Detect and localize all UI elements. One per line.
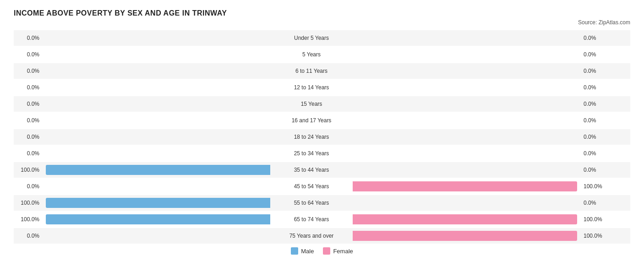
right-bar-container: 0.0% <box>353 63 609 79</box>
male-value: 0.0% <box>17 134 39 140</box>
left-bar-track <box>41 214 270 224</box>
left-bar-track <box>41 99 270 109</box>
female-value: 100.0% <box>584 216 607 223</box>
female-value: 0.0% <box>584 51 607 58</box>
right-bar-track <box>353 214 582 224</box>
left-bar-container: 0.0% <box>14 146 270 161</box>
chart-row: 100.0% 35 to 44 Years 0.0% <box>14 162 630 178</box>
age-label: 25 to 34 Years <box>270 150 353 157</box>
left-bar-container: 0.0% <box>14 113 270 128</box>
chart-row: 0.0% 18 to 24 Years 0.0% <box>14 129 630 145</box>
left-bar-track <box>41 66 270 76</box>
chart-row: 0.0% 45 to 54 Years 100.0% <box>14 179 630 194</box>
left-bar-track <box>41 82 270 93</box>
right-bar-container: 0.0% <box>353 47 609 62</box>
left-bar-container: 0.0% <box>14 80 270 95</box>
left-bar-track <box>41 231 270 241</box>
legend: Male Female <box>14 247 630 255</box>
right-bar-container: 0.0% <box>353 162 609 178</box>
female-value: 100.0% <box>584 233 607 239</box>
right-bar-container: 0.0% <box>353 113 609 128</box>
legend-female: Female <box>323 247 353 255</box>
right-bar-track <box>353 99 582 109</box>
left-bar-track <box>41 115 270 125</box>
source-label: Source: ZipAtlas.com <box>14 19 630 26</box>
age-label: 55 to 64 Years <box>270 200 353 206</box>
right-bar-container: 0.0% <box>353 146 609 161</box>
age-label: 18 to 24 Years <box>270 134 353 140</box>
right-bar-track <box>353 132 582 142</box>
female-value: 0.0% <box>584 150 607 157</box>
left-bar-track <box>41 181 270 191</box>
left-bar-container: 0.0% <box>14 47 270 62</box>
age-label: Under 5 Years <box>270 35 353 41</box>
male-value: 0.0% <box>17 150 39 157</box>
right-bar-container: 0.0% <box>353 195 609 211</box>
right-bar-track <box>353 115 582 125</box>
left-bar-track <box>41 132 270 142</box>
age-label: 5 Years <box>270 51 353 58</box>
male-value: 0.0% <box>17 84 39 91</box>
male-value: 0.0% <box>17 233 39 239</box>
age-label: 16 and 17 Years <box>270 117 353 124</box>
chart-title: INCOME ABOVE POVERTY BY SEX AND AGE IN T… <box>14 9 630 17</box>
right-bar-track <box>353 82 582 93</box>
male-value: 100.0% <box>17 167 39 173</box>
left-bar-track <box>41 198 270 208</box>
chart-row: 0.0% 5 Years 0.0% <box>14 47 630 62</box>
male-bar <box>46 198 270 208</box>
left-bar-container: 100.0% <box>14 162 270 178</box>
age-label: 45 to 54 Years <box>270 183 353 190</box>
right-bar-container: 0.0% <box>353 30 609 46</box>
male-bar <box>46 165 270 175</box>
male-value: 100.0% <box>17 216 39 223</box>
female-value: 0.0% <box>584 117 607 124</box>
left-bar-track <box>41 165 270 175</box>
female-bar <box>353 181 577 191</box>
right-bar-track <box>353 66 582 76</box>
right-bar-container: 0.0% <box>353 96 609 112</box>
chart-area: 0.0% Under 5 Years 0.0% 0.0% 5 Years 0.0… <box>14 30 630 244</box>
legend-female-box <box>323 247 330 255</box>
age-label: 12 to 14 Years <box>270 84 353 91</box>
left-bar-track <box>41 33 270 43</box>
female-bar <box>353 214 577 224</box>
right-bar-track <box>353 148 582 158</box>
legend-female-label: Female <box>333 248 353 255</box>
right-bar-track <box>353 181 582 191</box>
age-label: 75 Years and over <box>270 233 353 239</box>
legend-male-label: Male <box>301 248 314 255</box>
legend-male-box <box>291 247 298 255</box>
left-bar-container: 0.0% <box>14 30 270 46</box>
female-value: 0.0% <box>584 134 607 140</box>
chart-row: 0.0% 75 Years and over 100.0% <box>14 228 630 244</box>
right-bar-container: 0.0% <box>353 80 609 95</box>
age-label: 15 Years <box>270 101 353 107</box>
right-bar-container: 100.0% <box>353 179 609 194</box>
right-bar-container: 100.0% <box>353 228 609 244</box>
chart-row: 0.0% 25 to 34 Years 0.0% <box>14 146 630 161</box>
left-bar-container: 0.0% <box>14 96 270 112</box>
left-bar-container: 0.0% <box>14 228 270 244</box>
legend-male: Male <box>291 247 314 255</box>
male-value: 100.0% <box>17 200 39 206</box>
left-bar-container: 0.0% <box>14 179 270 194</box>
male-value: 0.0% <box>17 68 39 74</box>
male-value: 0.0% <box>17 183 39 190</box>
female-value: 100.0% <box>584 183 607 190</box>
female-value: 0.0% <box>584 101 607 107</box>
chart-row: 0.0% 16 and 17 Years 0.0% <box>14 113 630 128</box>
male-value: 0.0% <box>17 117 39 124</box>
female-value: 0.0% <box>584 35 607 41</box>
right-bar-track <box>353 198 582 208</box>
age-label: 35 to 44 Years <box>270 167 353 173</box>
right-bar-track <box>353 49 582 60</box>
male-value: 0.0% <box>17 35 39 41</box>
male-value: 0.0% <box>17 51 39 58</box>
chart-row: 0.0% 12 to 14 Years 0.0% <box>14 80 630 95</box>
right-bar-container: 0.0% <box>353 129 609 145</box>
right-bar-container: 100.0% <box>353 212 609 227</box>
right-bar-track <box>353 33 582 43</box>
age-label: 6 to 11 Years <box>270 68 353 74</box>
chart-row: 100.0% 55 to 64 Years 0.0% <box>14 195 630 211</box>
